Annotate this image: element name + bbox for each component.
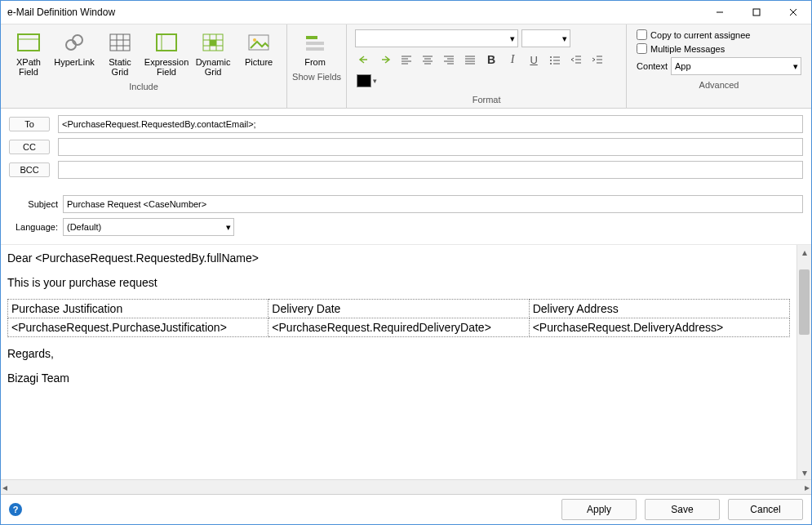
close-button[interactable] [774, 1, 811, 24]
minimize-button[interactable] [701, 1, 738, 24]
context-combo[interactable]: App ▾ [671, 57, 801, 75]
underline-button[interactable]: U [525, 51, 543, 69]
from-icon [302, 29, 328, 56]
picture-button[interactable]: Picture [236, 28, 282, 69]
bcc-button[interactable]: BCC [9, 162, 50, 177]
titlebar: e-Mail Definition Window [1, 1, 811, 24]
svg-point-22 [253, 38, 256, 42]
svg-rect-24 [306, 42, 324, 45]
bcc-input[interactable] [58, 161, 803, 179]
svg-rect-23 [306, 36, 317, 39]
help-icon[interactable]: ? [9, 503, 22, 516]
svg-rect-25 [306, 47, 324, 51]
scroll-thumb[interactable] [799, 269, 810, 335]
advanced-group-label: Advanced [632, 77, 806, 91]
language-label: Language: [9, 222, 63, 232]
expression-field-button[interactable]: Expression Field [143, 28, 190, 78]
indent-button[interactable] [588, 51, 606, 69]
dynamic-grid-icon [200, 29, 226, 56]
multiple-messages-checkbox[interactable]: Multiple Messages [637, 43, 801, 54]
window-buttons [701, 1, 811, 24]
ribbon-group-include: XPath Field HyperLink Static Grid [1, 24, 287, 108]
undo-button[interactable] [355, 51, 373, 69]
scroll-down-icon[interactable]: ▾ [797, 465, 811, 479]
chevron-down-icon: ▾ [562, 33, 567, 44]
chevron-down-icon: ▾ [510, 33, 515, 44]
format-group-label: Format [352, 91, 621, 106]
font-family-combo[interactable]: ▾ [355, 29, 518, 47]
color-swatch [357, 74, 371, 87]
svg-rect-13 [157, 34, 176, 51]
copy-assignee-checkbox[interactable]: Copy to current assignee [637, 29, 801, 40]
table-row: Purchase Justification Delivery Date Del… [8, 300, 790, 318]
align-justify-button[interactable] [461, 51, 479, 69]
ribbon: XPath Field HyperLink Static Grid [1, 24, 811, 109]
body-line: Dear <PurchaseRequest.RequestedBy.fullNa… [7, 250, 790, 266]
align-left-button[interactable] [397, 51, 415, 69]
hyperlink-icon [61, 29, 87, 56]
subject-label: Subject [9, 199, 63, 209]
maximize-button[interactable] [738, 1, 774, 24]
ribbon-group-advanced: Copy to current assignee Multiple Messag… [627, 24, 811, 108]
xpath-field-icon [16, 29, 42, 56]
xpath-field-button[interactable]: XPath Field [6, 28, 51, 78]
body-line: Bizagi Team [7, 370, 790, 386]
window-title: e-Mail Definition Window [7, 7, 701, 18]
footer: ? Apply Save Cancel [1, 494, 811, 524]
email-body-editor[interactable]: Dear <PurchaseRequest.RequestedBy.fullNa… [1, 245, 796, 479]
scroll-left-icon[interactable]: ◂ [2, 482, 7, 493]
chevron-down-icon: ▾ [226, 222, 231, 233]
header-fields: To <PurchaseRequest.RequestedBy.contactE… [1, 109, 811, 244]
subject-input[interactable]: Purchase Request <CaseNumber> [63, 195, 803, 213]
svg-rect-20 [210, 40, 216, 46]
chevron-down-icon: ▾ [373, 77, 377, 85]
include-group-label: Include [6, 78, 282, 93]
svg-point-6 [66, 40, 76, 50]
cc-button[interactable]: CC [9, 140, 50, 154]
save-button[interactable]: Save [645, 499, 720, 520]
align-right-button[interactable] [440, 51, 458, 69]
dynamic-grid-button[interactable]: Dynamic Grid [190, 28, 236, 78]
ribbon-group-format: ▾ ▾ B I U [347, 24, 627, 108]
outdent-button[interactable] [567, 51, 585, 69]
static-grid-icon [107, 29, 133, 56]
body-line: Regards, [7, 345, 790, 362]
to-button[interactable]: To [9, 117, 50, 131]
font-size-combo[interactable]: ▾ [521, 29, 570, 47]
cancel-button[interactable]: Cancel [728, 499, 803, 520]
font-color-button[interactable]: ▾ [355, 72, 379, 90]
chevron-down-icon: ▾ [793, 61, 798, 72]
vertical-scrollbar[interactable]: ▴ ▾ [796, 245, 811, 479]
apply-button[interactable]: Apply [561, 499, 637, 520]
static-grid-button[interactable]: Static Grid [97, 28, 143, 78]
hyperlink-button[interactable]: HyperLink [51, 28, 97, 69]
scroll-up-icon[interactable]: ▴ [797, 245, 811, 259]
svg-point-44 [550, 60, 552, 61]
table-row: <PurchaseRequest.PurchaseJustification> … [8, 318, 790, 337]
svg-point-42 [550, 56, 552, 58]
align-center-button[interactable] [419, 51, 437, 69]
from-button[interactable]: From [292, 28, 338, 69]
svg-rect-8 [110, 34, 130, 51]
svg-point-46 [550, 63, 552, 65]
context-label: Context [637, 61, 668, 71]
horizontal-scrollbar[interactable]: ◂ ▸ [1, 479, 811, 494]
ribbon-group-showfields: From Show Fields [287, 24, 347, 108]
editor-area: Dear <PurchaseRequest.RequestedBy.fullNa… [1, 244, 811, 479]
expression-field-icon [153, 29, 180, 56]
italic-button[interactable]: I [504, 51, 521, 69]
language-combo[interactable]: (Default) ▾ [63, 218, 234, 236]
bold-button[interactable]: B [482, 51, 500, 69]
showfields-group-label: Show Fields [292, 69, 341, 83]
svg-rect-1 [753, 9, 760, 16]
to-input[interactable]: <PurchaseRequest.RequestedBy.contactEmai… [58, 115, 803, 133]
cc-input[interactable] [58, 138, 803, 156]
svg-rect-4 [18, 34, 39, 51]
scroll-right-icon[interactable]: ▸ [805, 482, 810, 493]
bullet-list-button[interactable] [546, 51, 564, 69]
include-row: XPath Field HyperLink Static Grid [6, 28, 282, 78]
window: e-Mail Definition Window XPath Field [0, 0, 812, 525]
body-table[interactable]: Purchase Justification Delivery Date Del… [7, 299, 790, 337]
body-line: This is your purchase request [7, 274, 790, 291]
redo-button[interactable] [376, 51, 394, 69]
